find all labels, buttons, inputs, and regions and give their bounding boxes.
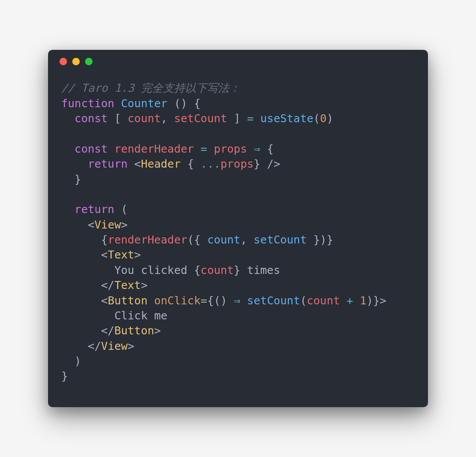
var-count: count bbox=[207, 233, 240, 246]
var-count: count bbox=[307, 294, 340, 307]
punct: ({ bbox=[187, 233, 207, 246]
number-zero: 0 bbox=[320, 112, 327, 125]
punct: ={() bbox=[201, 294, 234, 307]
punct: , bbox=[161, 112, 174, 125]
var-setcount: setCount bbox=[254, 233, 307, 246]
punct: [ bbox=[108, 112, 127, 125]
close-icon[interactable] bbox=[60, 58, 67, 65]
fn-usestate: useState bbox=[260, 112, 313, 125]
jsx-tag-button: Button bbox=[108, 294, 147, 307]
punct: </ bbox=[101, 279, 114, 292]
text-content: } times bbox=[234, 264, 280, 277]
punct: } bbox=[61, 173, 81, 186]
space bbox=[148, 294, 154, 307]
punct: < bbox=[88, 218, 94, 231]
fn-renderheader-call: renderHeader bbox=[108, 233, 187, 246]
operator-eq: = bbox=[247, 112, 260, 125]
code-comment: // Taro 1.3 完全支持以下写法： bbox=[61, 82, 240, 94]
jsx-attr-onclick: onClick bbox=[154, 294, 201, 307]
punct: { bbox=[101, 233, 108, 246]
punct: < bbox=[101, 294, 108, 307]
punct: })} bbox=[307, 233, 333, 246]
code-window: // Taro 1.3 完全支持以下写法： function Counter (… bbox=[48, 50, 428, 407]
punct: > bbox=[154, 324, 161, 337]
number-one: 1 bbox=[360, 294, 366, 307]
jsx-tag-button: Button bbox=[114, 324, 154, 337]
keyword-function: function bbox=[61, 97, 114, 110]
punct: )}> bbox=[366, 294, 386, 307]
space bbox=[240, 294, 247, 307]
punct: ( bbox=[114, 203, 127, 216]
punct: ) bbox=[61, 355, 81, 367]
var-props: props bbox=[220, 157, 253, 170]
punct: () { bbox=[167, 97, 201, 110]
keyword-return: return bbox=[74, 203, 114, 216]
punct: ) bbox=[327, 112, 333, 125]
punct: > bbox=[128, 340, 134, 352]
function-name: Counter bbox=[121, 97, 167, 110]
jsx-tag-text: Text bbox=[114, 279, 141, 292]
arrow-icon: ⇒ bbox=[247, 142, 267, 155]
keyword-return: return bbox=[88, 157, 127, 170]
jsx-tag-header: Header bbox=[141, 157, 181, 170]
code-block: // Taro 1.3 完全支持以下写法： function Counter (… bbox=[48, 73, 428, 407]
var-count: count bbox=[201, 264, 234, 277]
text-content: You clicked { bbox=[114, 264, 201, 277]
punct: > bbox=[134, 248, 141, 261]
var-props: props bbox=[214, 142, 247, 155]
keyword-const: const bbox=[74, 112, 108, 125]
jsx-tag-view: View bbox=[94, 218, 121, 231]
text-content: Click me bbox=[114, 309, 167, 322]
punct: > bbox=[121, 218, 128, 231]
punct: , bbox=[240, 233, 253, 246]
keyword-const: const bbox=[74, 142, 108, 155]
punct: } bbox=[61, 370, 68, 382]
punct: </ bbox=[88, 340, 101, 352]
punct: ( bbox=[313, 112, 320, 125]
punct: ] bbox=[227, 112, 247, 125]
var-renderheader: renderHeader bbox=[114, 142, 194, 155]
punct: < bbox=[128, 157, 141, 170]
punct: > bbox=[141, 279, 148, 292]
minimize-icon[interactable] bbox=[72, 58, 80, 65]
fn-setcount-call: setCount bbox=[247, 294, 300, 307]
punct: } /> bbox=[254, 157, 280, 170]
operator-eq: = bbox=[194, 142, 214, 155]
operator-plus: + bbox=[340, 294, 360, 307]
punct: ( bbox=[300, 294, 307, 307]
jsx-tag-text: Text bbox=[108, 248, 134, 261]
punct: < bbox=[101, 248, 108, 261]
var-setcount: setCount bbox=[174, 112, 227, 125]
punct: { bbox=[267, 142, 274, 155]
spread-op: ... bbox=[201, 157, 220, 170]
maximize-icon[interactable] bbox=[85, 58, 93, 65]
var-count: count bbox=[128, 112, 161, 125]
punct: </ bbox=[101, 324, 114, 337]
window-titlebar bbox=[48, 50, 428, 73]
arrow-icon: ⇒ bbox=[234, 294, 240, 307]
punct: { bbox=[181, 157, 201, 170]
jsx-tag-view: View bbox=[101, 340, 127, 352]
